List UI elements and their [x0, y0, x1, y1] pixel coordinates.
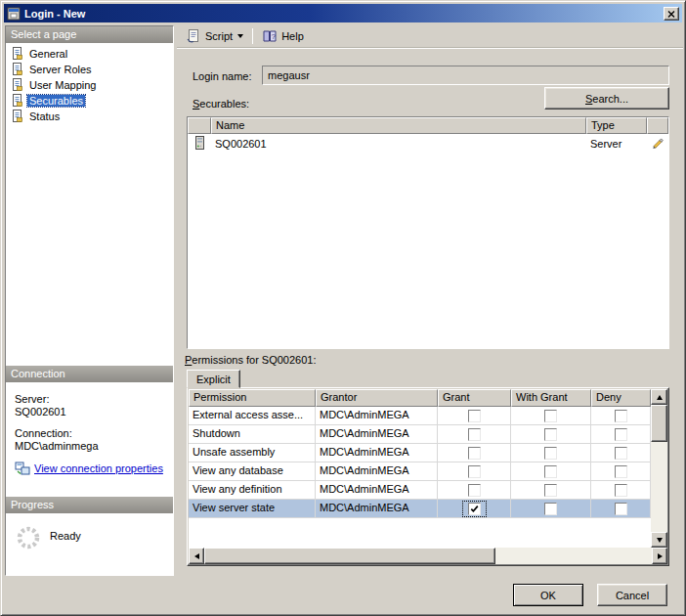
securables-col-type[interactable]: Type [586, 117, 647, 134]
connection-section-header: Connection [6, 366, 173, 382]
sidebar-item-label: Securables [27, 95, 85, 107]
securable-row[interactable]: SQ002601Server [188, 134, 668, 154]
grant-checkbox[interactable] [468, 503, 481, 515]
grant-checkbox[interactable] [468, 428, 481, 441]
securables-col-name[interactable]: Name [211, 117, 586, 134]
scroll-down-button[interactable] [651, 532, 667, 548]
col-permission[interactable]: Permission [189, 389, 316, 407]
server-label: Server: [15, 393, 173, 406]
scroll-left-button[interactable] [189, 548, 204, 564]
sidebar-pages: GeneralServer RolesUser MappingSecurable… [6, 43, 173, 366]
close-button[interactable] [664, 7, 679, 21]
sidebar-item-status[interactable]: Status [6, 109, 173, 124]
col-grantor[interactable]: Grantor [316, 389, 438, 407]
permission-row-external-access-asse-[interactable]: External access asse...MDC\AdminMEGA [189, 407, 651, 425]
svg-text:?: ? [272, 32, 277, 41]
col-with-grant[interactable]: With Grant [511, 389, 591, 407]
search-button[interactable]: Search... [544, 87, 669, 110]
tab-explicit[interactable]: Explicit [187, 370, 240, 388]
sidebar-item-label: User Mapping [27, 79, 98, 91]
grant-checkbox[interactable] [468, 484, 481, 497]
with-grant-checkbox[interactable] [544, 484, 557, 497]
close-icon [667, 6, 675, 21]
edit-icon[interactable] [651, 136, 665, 152]
with-grant-checkbox[interactable] [544, 447, 557, 460]
arrow-right-icon [658, 553, 663, 559]
with-grant-checkbox[interactable] [544, 428, 557, 441]
ok-button[interactable]: OK [513, 584, 583, 606]
toolbar: Script ? Help [177, 25, 683, 48]
deny-checkbox[interactable] [615, 503, 627, 515]
securables-label: Securables: [193, 98, 249, 110]
col-deny[interactable]: Deny [591, 389, 651, 407]
permission-name-cell: View server state [189, 500, 316, 518]
permission-name-cell: View any database [189, 462, 316, 481]
deny-checkbox[interactable] [615, 410, 627, 422]
sidebar-item-label: Status [27, 110, 62, 122]
window-title: Login - New [24, 8, 664, 20]
grantor-cell: MDC\AdminMEGA [316, 425, 438, 444]
scroll-right-button[interactable] [652, 548, 667, 564]
deny-checkbox[interactable] [615, 465, 627, 478]
vertical-scroll-thumb[interactable] [651, 405, 667, 442]
grant-checkbox[interactable] [468, 447, 481, 460]
server-icon [193, 136, 206, 152]
grantor-cell: MDC\AdminMEGA [316, 407, 438, 425]
sidebar-item-general[interactable]: General [6, 46, 173, 62]
permission-row-shutdown[interactable]: ShutdownMDC\AdminMEGA [189, 425, 651, 444]
with-grant-checkbox[interactable] [544, 410, 557, 422]
securables-col-end [647, 117, 668, 134]
grant-checkbox[interactable] [468, 465, 481, 478]
col-grant[interactable]: Grant [438, 389, 511, 407]
sidebar-item-securables[interactable]: Securables [6, 93, 173, 109]
permission-name-cell: Unsafe assembly [189, 444, 316, 462]
sidebar: Select a page GeneralServer RolesUser Ma… [5, 25, 174, 576]
permission-row-unsafe-assembly[interactable]: Unsafe assemblyMDC\AdminMEGA [189, 444, 651, 462]
deny-checkbox[interactable] [615, 484, 627, 497]
deny-checkbox[interactable] [615, 428, 627, 441]
progress-panel: Ready [6, 513, 173, 575]
grant-checkbox[interactable] [468, 410, 481, 422]
scroll-up-button[interactable] [651, 389, 667, 405]
with-grant-checkbox[interactable] [544, 503, 557, 515]
sidebar-item-label: Server Roles [27, 64, 94, 75]
grantor-cell: MDC\AdminMEGA [316, 481, 438, 500]
permission-row-view-server-state[interactable]: View server stateMDC\AdminMEGA [189, 500, 651, 518]
login-name-field[interactable]: megausr [262, 66, 669, 85]
permission-name-cell: External access asse... [189, 407, 316, 425]
permissions-vertical-scrollbar[interactable] [651, 389, 667, 548]
script-button[interactable]: Script [181, 26, 248, 46]
permissions-horizontal-scrollbar[interactable] [189, 548, 667, 564]
view-connection-properties-link[interactable]: View connection properties [34, 462, 163, 474]
arrow-up-icon [657, 395, 663, 400]
window-icon [7, 7, 21, 21]
arrow-left-icon [194, 553, 199, 559]
script-button-label: Script [205, 30, 233, 42]
login-new-dialog: Login - New Select a page GeneralServer … [0, 0, 686, 616]
select-a-page-header: Select a page [6, 26, 173, 43]
help-button[interactable]: ? Help [257, 26, 309, 46]
permission-row-view-any-definition[interactable]: View any definitionMDC\AdminMEGA [189, 481, 651, 500]
permission-row-view-any-database[interactable]: View any databaseMDC\AdminMEGA [189, 462, 651, 481]
securables-rows: SQ002601Server [188, 134, 668, 154]
securables-col-icon [188, 117, 211, 134]
script-dropdown-arrow[interactable] [237, 34, 243, 38]
help-button-label: Help [281, 30, 304, 42]
permissions-header: Permission Grantor Grant With Grant Deny [189, 389, 651, 407]
sidebar-item-server-roles[interactable]: Server Roles [6, 62, 173, 77]
help-icon: ? [262, 28, 278, 44]
progress-status: Ready [50, 530, 81, 542]
with-grant-checkbox[interactable] [544, 465, 557, 478]
connection-properties-icon [15, 462, 30, 475]
sidebar-item-user-mapping[interactable]: User Mapping [6, 77, 173, 93]
grantor-cell: MDC\AdminMEGA [316, 500, 438, 518]
connection-value: MDC\adminmega [15, 440, 173, 453]
cancel-button[interactable]: Cancel [597, 584, 667, 606]
deny-checkbox[interactable] [615, 447, 627, 460]
page-icon-server-roles [11, 63, 24, 76]
titlebar[interactable]: Login - New [4, 4, 682, 22]
page-icon-general [11, 47, 24, 61]
horizontal-scroll-thumb[interactable] [204, 548, 495, 564]
tab-explicit-label: Explicit [196, 374, 231, 385]
securables-table: Name Type SQ002601Server [187, 116, 669, 349]
